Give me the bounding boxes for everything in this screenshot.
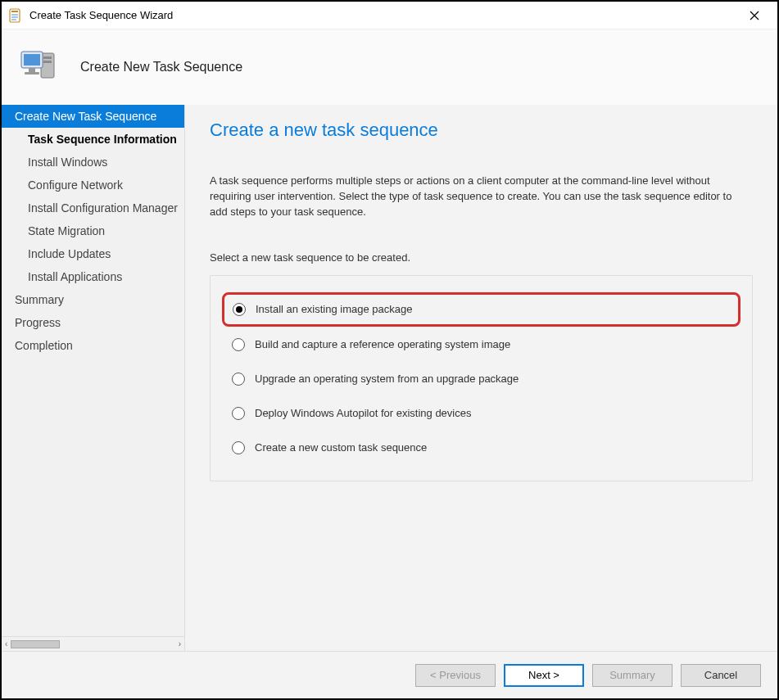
titlebar: Create Task Sequence Wizard	[2, 2, 777, 29]
radio-icon	[233, 303, 246, 316]
close-button[interactable]	[738, 3, 771, 28]
scroll-right-icon[interactable]: ›	[179, 639, 181, 648]
sidebar-item-7[interactable]: Install Applications	[2, 265, 184, 288]
sidebar-item-10[interactable]: Completion	[2, 334, 184, 357]
sidebar-list: Create New Task SequenceTask Sequence In…	[2, 105, 184, 636]
app-icon	[8, 8, 23, 23]
description: A task sequence performs multiple steps …	[210, 174, 750, 220]
sidebar-item-0[interactable]: Create New Task Sequence	[2, 105, 184, 128]
radio-label: Deploy Windows Autopilot for existing de…	[255, 407, 471, 419]
svg-rect-9	[43, 61, 52, 63]
svg-rect-1	[11, 11, 18, 12]
sidebar-item-1[interactable]: Task Sequence Information	[2, 128, 184, 151]
sidebar-horizontal-scrollbar[interactable]: ‹ ›	[2, 636, 184, 651]
next-button[interactable]: Next >	[504, 664, 584, 687]
radio-label: Upgrade an operating system from an upgr…	[255, 373, 519, 385]
scroll-left-icon[interactable]: ‹	[5, 639, 7, 648]
radio-icon	[232, 338, 245, 351]
wizard-window: Create Task Sequence Wizard Create New T…	[0, 0, 779, 700]
page-title: Create a new task sequence	[210, 120, 753, 141]
svg-rect-8	[43, 56, 52, 59]
sidebar-item-4[interactable]: Install Configuration Manager	[2, 196, 184, 219]
window-title: Create Task Sequence Wizard	[29, 9, 738, 21]
radio-label: Build and capture a reference operating …	[255, 338, 510, 350]
svg-rect-12	[29, 68, 35, 72]
cancel-button[interactable]: Cancel	[681, 664, 761, 687]
sidebar-item-5[interactable]: State Migration	[2, 219, 184, 242]
body: Create New Task SequenceTask Sequence In…	[2, 105, 777, 651]
radio-label: Install an existing image package	[256, 303, 413, 315]
radio-label: Create a new custom task sequence	[255, 441, 427, 454]
header-title: Create New Task Sequence	[80, 60, 242, 75]
previous-button: < Previous	[415, 664, 496, 687]
sidebar-item-2[interactable]: Install Windows	[2, 151, 184, 174]
summary-button: Summary	[592, 664, 673, 687]
footer: < Previous Next > Summary Cancel	[2, 651, 777, 698]
sidebar-item-9[interactable]: Progress	[2, 311, 184, 334]
svg-rect-13	[25, 72, 39, 75]
radio-option-4[interactable]: Create a new custom task sequence	[222, 431, 741, 464]
radio-group: Install an existing image packageBuild a…	[210, 275, 753, 481]
sidebar-item-6[interactable]: Include Updates	[2, 242, 184, 265]
radio-option-0[interactable]: Install an existing image package	[222, 292, 741, 327]
group-label: Select a new task sequence to be created…	[210, 251, 753, 264]
sidebar-item-3[interactable]: Configure Network	[2, 174, 184, 196]
sidebar: Create New Task SequenceTask Sequence In…	[2, 105, 185, 651]
header-icon	[16, 43, 66, 92]
radio-icon	[232, 441, 245, 454]
radio-icon	[232, 407, 245, 420]
scrollbar-thumb[interactable]	[11, 640, 60, 648]
sidebar-item-8[interactable]: Summary	[2, 288, 184, 311]
header: Create New Task Sequence	[2, 29, 777, 105]
radio-option-2[interactable]: Upgrade an operating system from an upgr…	[222, 363, 741, 395]
svg-rect-11	[24, 54, 40, 65]
content: Create a new task sequence A task sequen…	[185, 105, 777, 651]
close-icon	[750, 11, 759, 20]
radio-option-1[interactable]: Build and capture a reference operating …	[222, 328, 741, 361]
radio-icon	[232, 373, 245, 386]
radio-option-3[interactable]: Deploy Windows Autopilot for existing de…	[222, 397, 741, 430]
